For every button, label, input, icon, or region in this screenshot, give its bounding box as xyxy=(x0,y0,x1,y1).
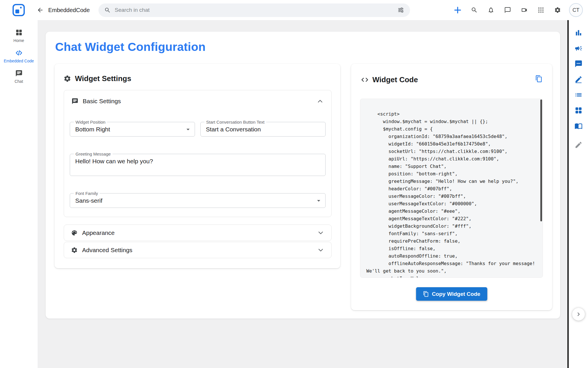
widget-code-text: <script> window.$mychat = window.$mychat… xyxy=(360,99,543,278)
font-family-select[interactable]: Font Family Sans-serif xyxy=(70,193,326,208)
code-scrollbar-thumb[interactable] xyxy=(540,99,542,221)
widget-settings-header: Widget Settings xyxy=(63,74,131,83)
tune-icon[interactable] xyxy=(397,7,404,14)
expand-button[interactable] xyxy=(572,308,585,321)
grid-icon xyxy=(15,29,23,36)
dropdown-caret-icon xyxy=(184,126,192,133)
topbar-title: EmbeddedCode xyxy=(48,7,90,14)
field-value: Start a Conversation xyxy=(206,126,261,133)
start-button-text-input[interactable]: Start Conversation Button Text Start a C… xyxy=(200,122,326,137)
field-label: Greeting Message xyxy=(74,152,113,156)
widget-code-title: Widget Code xyxy=(372,75,418,84)
search-icon[interactable] xyxy=(468,4,481,16)
copy-button-label: Copy Widget Code xyxy=(432,291,480,297)
analytics-icon[interactable] xyxy=(575,29,583,37)
appearance-accordion: Appearance xyxy=(64,225,332,241)
widget-code-header: Widget Code xyxy=(361,75,418,84)
field-label: Widget Position xyxy=(74,120,107,124)
greeting-message-input[interactable]: Greeting Message Hello! How can we help … xyxy=(70,154,326,176)
chevron-up-icon xyxy=(316,97,324,105)
chevron-right-icon xyxy=(575,311,582,317)
sidebar-item-label: Embedded Code xyxy=(4,59,34,63)
accordion-title: Appearance xyxy=(82,229,115,236)
right-sidebar xyxy=(569,20,588,368)
signature-icon[interactable] xyxy=(575,75,583,83)
notifications-icon[interactable] xyxy=(485,4,497,16)
sidebar-item-label: Chat xyxy=(15,79,23,84)
chat-icon xyxy=(71,98,78,105)
video-icon[interactable] xyxy=(518,4,531,16)
chat-icon[interactable] xyxy=(501,4,514,16)
list-icon[interactable] xyxy=(575,91,583,99)
compose-icon[interactable] xyxy=(575,141,583,149)
main-content: Chat Widget Configuration Widget Setting… xyxy=(38,20,567,368)
accordion-title: Basic Settings xyxy=(83,98,121,105)
back-button[interactable] xyxy=(34,4,47,16)
app-root: EmbeddedCode Search in chat xyxy=(0,0,588,368)
code-icon xyxy=(361,76,369,84)
sidebar-item-embedded-code[interactable]: Embedded Code xyxy=(0,46,38,66)
advanced-settings-accordion: Advanced Settings xyxy=(64,242,332,258)
dropdown-caret-icon xyxy=(315,197,322,204)
code-icon xyxy=(15,49,23,57)
widget-settings-panel: Widget Settings Basic Settings xyxy=(55,64,340,268)
campaign-icon[interactable] xyxy=(575,44,583,52)
chevron-down-icon xyxy=(317,246,324,254)
grid-icon[interactable] xyxy=(575,106,583,114)
copy-icon xyxy=(535,75,543,83)
chat-icon[interactable] xyxy=(575,60,583,68)
copy-widget-code-button[interactable]: Copy Widget Code xyxy=(416,287,487,301)
topbar: EmbeddedCode Search in chat xyxy=(0,0,588,20)
palette-icon xyxy=(71,229,78,236)
widget-settings-title: Widget Settings xyxy=(75,74,131,83)
sidebar-item-home[interactable]: Home xyxy=(0,26,38,46)
gear-icon xyxy=(63,75,71,83)
search-placeholder: Search in chat xyxy=(115,7,393,13)
chevron-down-icon xyxy=(317,229,324,237)
field-label: Start Conversation Button Text xyxy=(204,120,266,124)
basic-settings-accordion-body: Widget Position Bottom Right Start Conve… xyxy=(64,122,331,208)
book-icon[interactable] xyxy=(575,122,583,130)
accordion-title: Advanced Settings xyxy=(82,247,132,254)
add-icon[interactable] xyxy=(451,4,464,16)
field-label: Font Family xyxy=(74,191,100,196)
widget-code-block[interactable]: <script> window.$mychat = window.$mychat… xyxy=(360,99,543,278)
field-value: Sans-serif xyxy=(75,197,102,204)
search-bar[interactable]: Search in chat xyxy=(98,3,410,17)
advanced-settings-accordion-header[interactable]: Advanced Settings xyxy=(64,242,331,258)
basic-settings-accordion-header[interactable]: Basic Settings xyxy=(64,90,331,112)
configuration-card: Chat Widget Configuration Widget Setting… xyxy=(46,32,560,319)
sidebar-item-chat[interactable]: Chat xyxy=(0,67,38,87)
field-value: Hello! How can we help you? xyxy=(75,158,153,165)
left-sidebar: Home Embedded Code Chat xyxy=(0,20,38,368)
app-logo-icon[interactable] xyxy=(12,3,25,17)
copy-code-button[interactable] xyxy=(533,72,545,85)
settings-icon[interactable] xyxy=(551,4,564,16)
chat-icon xyxy=(15,70,23,77)
sidebar-item-label: Home xyxy=(13,38,24,43)
basic-settings-accordion: Basic Settings Widget Position Bottom Ri… xyxy=(64,90,332,217)
gear-icon xyxy=(71,247,78,254)
search-icon xyxy=(104,7,111,14)
field-value: Bottom Right xyxy=(75,126,110,133)
widget-position-select[interactable]: Widget Position Bottom Right xyxy=(70,122,195,137)
appearance-accordion-header[interactable]: Appearance xyxy=(64,225,331,241)
widget-code-panel: Widget Code <script> window.$mychat = wi… xyxy=(351,64,552,310)
apps-icon[interactable] xyxy=(535,4,547,16)
avatar[interactable]: CT xyxy=(569,3,583,17)
copy-icon xyxy=(423,291,429,297)
page-title: Chat Widget Configuration xyxy=(55,40,206,54)
topbar-actions: CT xyxy=(451,3,583,17)
